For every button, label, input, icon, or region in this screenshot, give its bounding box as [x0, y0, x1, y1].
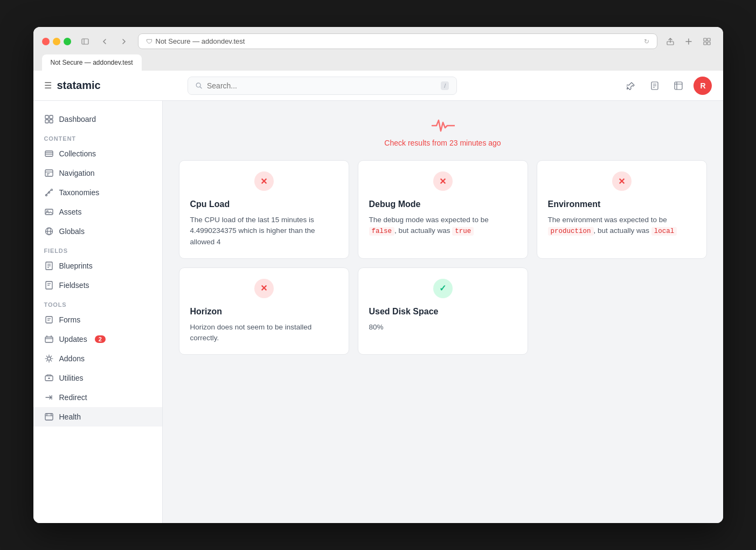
app: ☰ statamic / R — [33, 71, 723, 523]
assets-icon — [44, 207, 54, 217]
active-tab[interactable]: Not Secure — addondev.test — [42, 54, 142, 71]
address-bar[interactable]: 🛡 Not Secure — addondev.test ↻ — [138, 33, 657, 49]
sidebar-item-label: Dashboard — [59, 115, 96, 123]
hamburger-icon[interactable]: ☰ — [44, 80, 52, 91]
svg-rect-29 — [45, 209, 53, 215]
card-description: The debug mode was expected to be false,… — [369, 215, 517, 237]
sidebar-item-addons[interactable]: Addons — [33, 349, 162, 368]
blueprints-icon — [44, 261, 54, 271]
sidebar-item-collections[interactable]: Collections — [33, 144, 162, 163]
main-content: Check results from 23 minutes ago Cpu Lo… — [163, 101, 723, 523]
card-error-icon — [254, 279, 274, 298]
settings-icon[interactable] — [670, 77, 687, 94]
reload-icon[interactable]: ↻ — [644, 38, 649, 45]
svg-rect-16 — [50, 115, 53, 119]
header-actions: R — [622, 77, 712, 95]
svg-rect-12 — [675, 82, 682, 90]
sidebar-item-globals[interactable]: Globals — [33, 222, 162, 241]
globals-icon — [44, 226, 54, 236]
card-error-icon — [612, 171, 632, 191]
fieldsets-icon — [44, 280, 54, 290]
minimize-button[interactable] — [53, 38, 60, 45]
health-cards-grid: Cpu Load The CPU load of the last 15 min… — [179, 160, 707, 355]
main-content-area: Dashboard CONTENT Collections Navigation — [33, 101, 723, 523]
forms-icon — [44, 315, 54, 325]
card-error-icon — [433, 171, 453, 191]
card-title: Debug Mode — [369, 200, 517, 209]
search-icon — [196, 82, 203, 90]
svg-point-28 — [51, 189, 52, 191]
pin-icon[interactable] — [622, 77, 640, 94]
addons-icon — [44, 354, 54, 363]
close-button[interactable] — [42, 38, 50, 45]
browser-window: 🛡 Not Secure — addondev.test ↻ — [33, 27, 723, 523]
code-false: false — [369, 227, 395, 236]
sidebar-item-utilities[interactable]: Utilities — [33, 368, 162, 388]
sidebar-item-blueprints[interactable]: Blueprints — [33, 256, 162, 276]
utilities-icon — [44, 373, 54, 383]
fullscreen-button[interactable] — [64, 38, 71, 45]
code-local: local — [651, 227, 677, 236]
card-horizon: Horizon Horizon does not seem to be inst… — [179, 267, 349, 355]
sidebar-item-label: Addons — [59, 354, 85, 363]
sidebar-item-label: Assets — [59, 208, 82, 216]
browser-action-buttons — [663, 34, 715, 49]
sidebar-item-updates[interactable]: Updates 2 — [33, 329, 162, 349]
updates-icon — [44, 334, 54, 344]
sidebar-toggle-button[interactable] — [78, 34, 93, 49]
card-success-icon — [433, 279, 453, 298]
sidebar-item-fieldsets[interactable]: Fieldsets — [33, 276, 162, 295]
search-shortcut: / — [441, 81, 449, 90]
back-button[interactable] — [97, 34, 112, 49]
health-icon — [44, 412, 54, 422]
collections-icon — [44, 149, 54, 159]
header-left: ☰ statamic — [44, 79, 101, 92]
card-description: The CPU load of the last 15 minutes is 4… — [190, 215, 338, 248]
sidebar-item-dashboard[interactable]: Dashboard — [33, 109, 162, 129]
svg-point-48 — [47, 357, 51, 360]
sidebar-item-label: Updates — [59, 335, 87, 343]
sidebar-item-navigation[interactable]: Navigation — [33, 163, 162, 183]
tab-bar: Not Secure — addondev.test — [42, 54, 715, 71]
search-bar-container[interactable]: / — [188, 77, 457, 95]
card-title: Environment — [548, 200, 696, 209]
share-button[interactable] — [663, 34, 678, 49]
traffic-lights — [42, 38, 71, 45]
section-label-fields: FIELDS — [33, 241, 162, 256]
svg-rect-22 — [45, 170, 53, 176]
sidebar-item-label: Fieldsets — [59, 281, 89, 290]
svg-rect-19 — [45, 151, 53, 156]
card-title: Used Disk Space — [369, 307, 517, 317]
taxonomies-icon — [44, 188, 54, 197]
search-input[interactable] — [207, 81, 436, 90]
new-tab-button[interactable] — [681, 34, 696, 49]
user-avatar[interactable]: R — [693, 77, 712, 95]
redirect-icon — [44, 393, 54, 402]
check-results-text[interactable]: Check results from 23 minutes ago — [384, 139, 501, 147]
forward-button[interactable] — [116, 34, 131, 49]
svg-rect-6 — [708, 42, 710, 45]
svg-point-27 — [48, 192, 50, 194]
sidebar-item-assets[interactable]: Assets — [33, 202, 162, 222]
security-icon: 🛡 — [146, 38, 152, 45]
sidebar-item-forms[interactable]: Forms — [33, 310, 162, 329]
browser-chrome: 🛡 Not Secure — addondev.test ↻ — [33, 27, 723, 71]
grid-button[interactable] — [699, 34, 715, 49]
sidebar-item-label: Forms — [59, 315, 81, 324]
sidebar-item-health[interactable]: Health — [33, 407, 162, 427]
svg-rect-4 — [708, 38, 710, 41]
section-label-content: CONTENT — [33, 129, 162, 144]
app-logo: statamic — [57, 79, 101, 92]
sidebar-item-redirect[interactable]: Redirect — [33, 388, 162, 407]
code-true: true — [452, 227, 474, 236]
card-cpu-load: Cpu Load The CPU load of the last 15 min… — [179, 160, 349, 259]
navigation-icon — [44, 168, 54, 178]
card-environment: Environment The environment was expected… — [537, 160, 707, 259]
card-description: Horizon does not seem to be installed co… — [190, 322, 338, 344]
card-description: The environment was expected to be produ… — [548, 215, 696, 237]
sidebar-item-label: Collections — [59, 149, 96, 158]
docs-icon[interactable] — [646, 77, 663, 94]
sidebar: Dashboard CONTENT Collections Navigation — [33, 101, 163, 523]
sidebar-item-taxonomies[interactable]: Taxonomies — [33, 183, 162, 202]
svg-rect-3 — [704, 38, 706, 41]
